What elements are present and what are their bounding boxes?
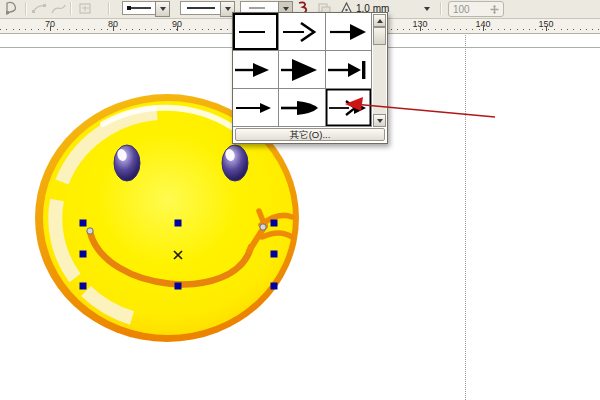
start-arrowhead-selector[interactable] [122,1,170,15]
arrowhead-option-arrow-with-stop-bar[interactable] [326,51,372,89]
chevron-down-icon [424,7,430,11]
chevron-down-icon [283,7,289,11]
ruler-major-tick [177,26,178,31]
toolbar-separator [70,2,72,15]
arrowhead-option-double-chevron-arrow[interactable] [326,89,372,127]
other-arrowheads-button[interactable]: 其它(O)... [235,128,385,141]
arrowhead-option-rounded-arrow[interactable] [279,89,325,127]
outline-width-dropdown-button[interactable] [424,1,430,16]
selection-handle[interactable] [271,251,278,258]
ruler-major-tick [50,26,51,31]
line-style-selector[interactable] [180,1,235,15]
curve-node[interactable] [87,228,93,234]
chevron-down-icon [225,7,231,11]
selection-handle[interactable] [175,220,182,227]
stepper-cross-icon[interactable] [490,5,499,14]
toolbar-separator [25,2,27,15]
arrowhead-option-solid-arrow-narrow[interactable] [233,51,279,89]
arrowhead-option-solid-arrow[interactable] [326,13,372,51]
arrowhead-option-small-arrow[interactable] [233,89,279,127]
scroll-down-button[interactable] [373,114,386,127]
ruler-major-tick [420,26,421,31]
right-eye[interactable] [222,145,248,181]
chevron-up-icon [377,19,383,23]
reduce-nodes-icon[interactable] [77,1,95,16]
arrowhead-palette: 其它(O)... [232,12,388,144]
selection-handle[interactable] [80,251,87,258]
arrowhead-option-open-arrow[interactable] [279,13,325,51]
selection-handle[interactable] [271,283,278,290]
curve-node[interactable] [260,224,266,230]
palette-scrollbar[interactable] [373,14,386,127]
selection-handle[interactable] [175,283,182,290]
start-arrowhead-preview-icon [125,2,153,14]
app-window: 1.0 mm 100 70 80 90 130 140 150 [0,0,600,400]
ruler-major-tick [546,26,547,31]
selection-handle[interactable] [80,283,87,290]
arrowhead-option-large-triangle[interactable] [279,51,325,89]
ruler-major-tick [113,26,114,31]
shape-tool-icon[interactable] [3,1,21,16]
arrowhead-option-none[interactable] [233,13,279,51]
toolbar-separator [108,2,110,15]
selection-handle[interactable] [80,220,87,227]
line-style-preview-icon [184,2,218,14]
scroll-thumb[interactable] [373,27,386,45]
chevron-down-icon [160,7,166,11]
selection-handle[interactable] [271,220,278,227]
left-eye[interactable] [114,145,140,181]
spinner-value: 100 [453,4,470,15]
scroll-up-button[interactable] [373,14,386,27]
ruler-major-tick [483,26,484,31]
start-arrowhead-dropdown-button[interactable] [155,1,170,17]
toolbar-separator [440,2,442,15]
arrowhead-grid [233,13,372,127]
position-spinner[interactable]: 100 [448,1,504,17]
chevron-down-icon [377,119,383,123]
edit-nodes-icon[interactable] [31,1,48,16]
curve-tool-icon[interactable] [50,1,67,16]
